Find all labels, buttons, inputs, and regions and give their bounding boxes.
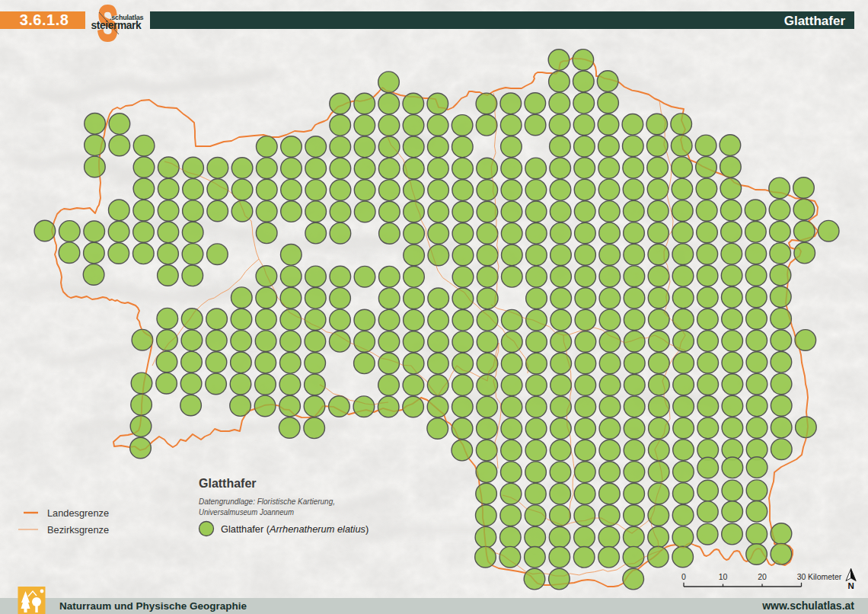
svg-text:Glatthafer: Glatthafer — [784, 14, 846, 28]
svg-text:10: 10 — [719, 572, 728, 581]
svg-text:Naturraum und Physische Geogra: Naturraum und Physische Geographie — [59, 600, 247, 612]
svg-text:Glatthafer (Arrhenatherum elat: Glatthafer (Arrhenatherum elatius) — [221, 523, 369, 535]
svg-text:Datengrundlage: Floristische K: Datengrundlage: Floristische Kartierung, — [199, 497, 335, 506]
svg-text:www.schulatlas.at: www.schulatlas.at — [761, 600, 854, 612]
svg-text:steiermark: steiermark — [91, 20, 142, 31]
svg-text:Bezirksgrenze: Bezirksgrenze — [47, 524, 109, 536]
svg-text:Glatthafer: Glatthafer — [199, 477, 257, 490]
svg-text:Universalmuseum Joanneum: Universalmuseum Joanneum — [199, 507, 294, 516]
svg-text:0: 0 — [681, 572, 686, 581]
svg-text:N: N — [847, 581, 854, 590]
svg-text:20: 20 — [758, 572, 767, 581]
svg-text:Landesgrenze: Landesgrenze — [47, 507, 109, 519]
svg-text:30: 30 — [797, 572, 806, 581]
svg-text:3.6.1.8: 3.6.1.8 — [20, 11, 69, 28]
svg-text:Kilometer: Kilometer — [808, 572, 842, 581]
